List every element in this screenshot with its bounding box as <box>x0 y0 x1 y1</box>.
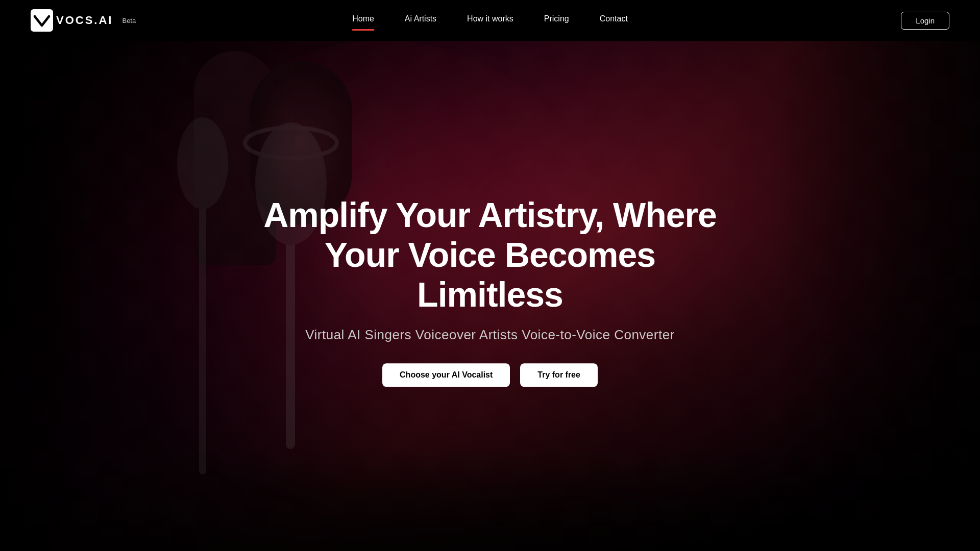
nav-ai-artists[interactable]: Ai Artists <box>405 14 436 27</box>
logo-text: VOCS.AI <box>56 14 113 27</box>
svg-rect-4 <box>199 168 206 474</box>
login-button[interactable]: Login <box>901 12 949 30</box>
svg-point-7 <box>419 97 500 189</box>
nav-pricing[interactable]: Pricing <box>544 14 569 27</box>
nav-contact[interactable]: Contact <box>600 14 628 27</box>
hero-title-line1: Amplify Your Artistry, Where <box>263 195 717 234</box>
logo-icon <box>31 9 53 32</box>
main-nav: Home Ai Artists How it works Pricing Con… <box>352 14 628 27</box>
nav-home[interactable]: Home <box>352 14 374 27</box>
hero-title-line2: Your Voice Becomes Limitless <box>325 235 655 314</box>
beta-badge: Beta <box>122 17 136 24</box>
logo[interactable]: VOCS.AI <box>31 9 113 32</box>
hero-content: Amplify Your Artistry, Where Your Voice … <box>260 195 720 387</box>
navbar: VOCS.AI Beta Home Ai Artists How it work… <box>0 0 980 41</box>
choose-vocalist-button[interactable]: Choose your AI Vocalist <box>382 363 510 387</box>
try-free-button[interactable]: Try for free <box>520 363 598 387</box>
svg-rect-0 <box>31 9 53 32</box>
hero-subtitle: Virtual AI Singers Voiceover Artists Voi… <box>260 327 720 343</box>
hero-title: Amplify Your Artistry, Where Your Voice … <box>260 195 720 315</box>
nav-how-it-works[interactable]: How it works <box>467 14 513 27</box>
hero-section: Amplify Your Artistry, Where Your Voice … <box>0 0 980 551</box>
hero-cta-group: Choose your AI Vocalist Try for free <box>260 363 720 387</box>
navbar-left: VOCS.AI Beta <box>31 9 136 32</box>
svg-point-5 <box>177 117 228 209</box>
